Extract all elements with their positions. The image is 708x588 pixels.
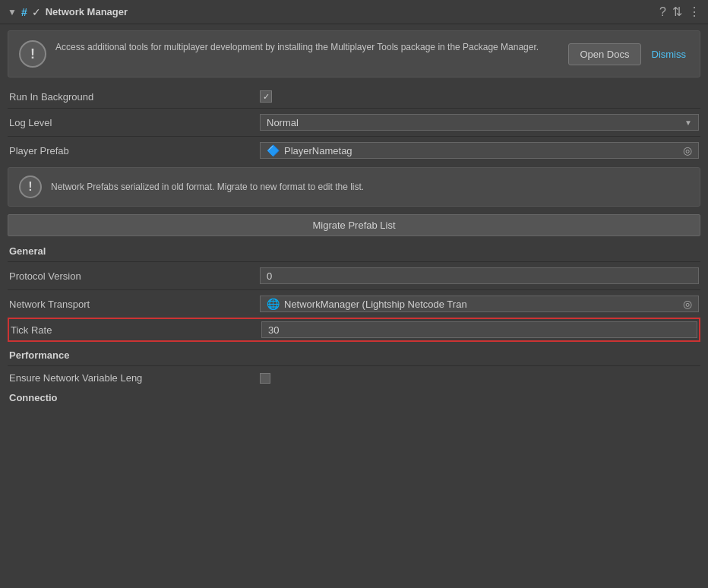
network-transport-value: 🌐 NetworkManager (Lightship Netcode Tran… [260,296,699,312]
target-icon[interactable]: ◎ [683,144,692,156]
protocol-version-row: Protocol Version [8,264,700,288]
run-in-background-label: Run In Background [9,91,260,103]
network-transport-name: NetworkManager (Lightship Netcode Tran [284,299,467,310]
sliders-icon[interactable]: ⇅ [672,5,682,19]
log-level-row: Log Level Normal ▼ [8,110,700,134]
more-options-icon[interactable]: ⋮ [688,5,700,19]
network-transport-target-icon[interactable]: ◎ [683,298,692,310]
warning-icon: ! [19,175,42,198]
ensure-network-variable-value [260,371,699,384]
banner-text: Access additional tools for multiplayer … [55,40,559,54]
player-prefab-name: PlayerNametag [284,145,352,156]
banner-warning-icon: ! [19,40,46,68]
component-enabled-checkbox[interactable]: ✓ [32,6,41,18]
player-prefab-value: 🔷 PlayerNametag ◎ [260,142,699,159]
network-transport-row: Network Transport 🌐 NetworkManager (Ligh… [8,292,700,316]
divider-2 [8,136,700,137]
tick-rate-row: Tick Rate [8,318,700,342]
warning-banner: ! Network Prefabs serialized in old form… [8,167,700,207]
tick-rate-input[interactable] [261,321,697,338]
network-transport-label: Network Transport [9,299,260,310]
player-prefab-label: Player Prefab [9,145,260,156]
network-transport-field[interactable]: 🌐 NetworkManager (Lightship Netcode Tran… [260,296,699,312]
panel-header: ▼ # ✓ Network Manager ? ⇅ ⋮ [0,0,708,24]
migrate-prefab-list-button[interactable]: Migrate Prefab List [8,214,700,236]
log-level-value: Normal ▼ [260,114,699,131]
panel-title: Network Manager [46,6,655,17]
log-level-dropdown[interactable]: Normal ▼ [260,114,699,131]
ensure-network-variable-row: Ensure Network Variable Leng [8,368,700,387]
log-level-label: Log Level [9,117,260,128]
network-manager-panel: ▼ # ✓ Network Manager ? ⇅ ⋮ ! Access add… [0,0,708,408]
divider-1 [8,108,700,109]
run-in-background-checkbox[interactable]: ✓ [260,90,272,103]
divider-5 [8,365,700,366]
collapse-arrow-icon[interactable]: ▼ [8,7,17,17]
connection-section-header: Connectio [8,387,700,405]
network-transport-field-left: 🌐 NetworkManager (Lightship Netcode Tran [267,298,467,310]
run-in-background-value: ✓ [260,90,699,103]
protocol-version-input[interactable] [260,267,699,284]
tick-rate-value [261,321,697,338]
prefab-icon: 🔷 [267,144,280,156]
performance-section-header: Performance [8,343,700,364]
banner-actions: Open Docs Dismiss [568,43,689,65]
help-icon[interactable]: ? [659,5,666,19]
protocol-version-label: Protocol Version [9,270,260,282]
dismiss-button[interactable]: Dismiss [649,44,690,65]
player-prefab-field[interactable]: 🔷 PlayerNametag ◎ [260,142,699,159]
ensure-network-variable-label: Ensure Network Variable Leng [9,372,260,384]
header-icons: ? ⇅ ⋮ [659,5,700,19]
log-level-selected: Normal [267,117,299,128]
divider-3 [8,261,700,262]
player-prefab-field-left: 🔷 PlayerNametag [267,144,352,156]
protocol-version-value [260,267,699,284]
tick-rate-label: Tick Rate [11,324,261,336]
run-in-background-row: Run In Background ✓ [8,87,700,106]
general-section-header: General [8,239,700,260]
dropdown-arrow-icon: ▼ [684,119,692,127]
player-prefab-row: Player Prefab 🔷 PlayerNametag ◎ [8,138,700,163]
open-docs-button[interactable]: Open Docs [568,43,640,65]
info-banner: ! Access additional tools for multiplaye… [8,30,700,77]
divider-4 [8,289,700,290]
network-transport-icon: 🌐 [267,298,280,310]
properties-section: Run In Background ✓ Log Level Normal ▼ P… [0,84,708,408]
ensure-network-variable-checkbox[interactable] [260,373,270,384]
warning-text: Network Prefabs serialized in old format… [51,181,364,194]
hash-icon: # [21,6,27,18]
